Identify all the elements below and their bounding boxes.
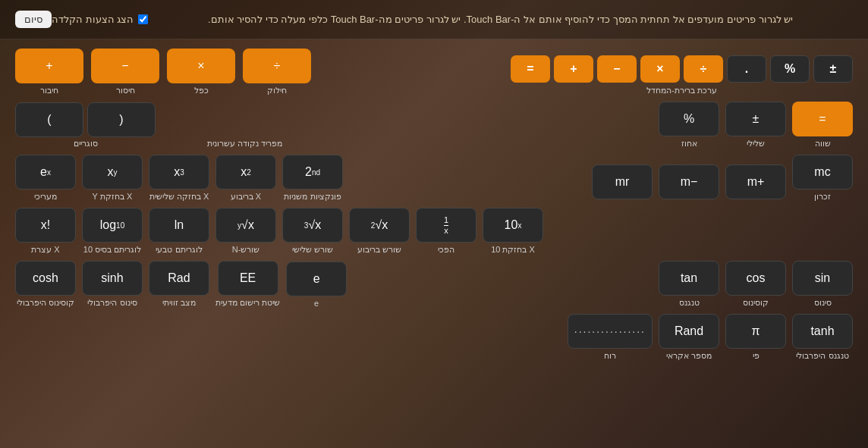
mplus-button[interactable]: m+ xyxy=(725,164,786,202)
x3-button[interactable]: x3 X בחזקה שלישית xyxy=(149,155,209,202)
row-parens: ( ) סוגריים מפריד נקודה עשרונית % אחוז ±… xyxy=(15,102,853,149)
row-roots: x! X עצרת log10 לוגריתם בסיס 10 ln לוגרי… xyxy=(15,208,853,255)
checkbox-area: הצג הצעות הקלדה xyxy=(52,14,148,25)
xy-button[interactable]: xy X בחזקת Y xyxy=(82,155,143,202)
eq-multiply-btn[interactable]: × xyxy=(640,55,680,83)
10x-button[interactable]: 10x X בחזקת 10 xyxy=(483,208,543,255)
yroot-button[interactable]: y√x שורש-N xyxy=(215,208,276,255)
add-button[interactable]: + חיבור xyxy=(15,49,83,96)
mc-button[interactable]: mc זכרון xyxy=(792,155,853,202)
pi-button[interactable]: π פי xyxy=(725,314,786,361)
tanh-button[interactable]: tanh טנגנס היפרבולי xyxy=(792,314,853,361)
show-suggestions-checkbox[interactable] xyxy=(138,14,148,24)
eq-percent-btn[interactable]: % xyxy=(770,55,810,83)
parens-label: סוגריים xyxy=(74,139,98,149)
x2-button[interactable]: x2 X בריבוע xyxy=(215,155,276,202)
divide-button[interactable]: ÷ חילוק xyxy=(243,49,311,96)
2nd-button[interactable]: 2nd פונקציות משניות xyxy=(282,155,343,202)
eq-subtract-btn[interactable]: − xyxy=(597,55,637,83)
row-misc: ················ רוח Rand מספר אקראי π פ… xyxy=(15,314,853,361)
parens-group: ( ) סוגריים xyxy=(15,102,156,149)
row-powers: ex מעריכי xy X בחזקת Y x3 X בחזקה שלישית… xyxy=(15,155,853,202)
sign-button[interactable]: ± שלילי xyxy=(725,102,786,149)
factorial-button[interactable]: x! X עצרת xyxy=(15,208,76,255)
e-button[interactable]: e e xyxy=(286,262,347,308)
basic-ops-group: + חיבור − חיסור × כפל ÷ חילוק xyxy=(15,49,311,96)
ex-button[interactable]: ex מעריכי xyxy=(15,155,76,202)
equation-bar-buttons: = + − × ÷ . % ± xyxy=(511,55,853,83)
equals-button[interactable]: = שווה xyxy=(792,102,853,149)
row-basic-ops: + חיבור − חיסור × כפל ÷ חילוק = + − xyxy=(15,49,853,96)
mminus-button[interactable]: m− xyxy=(659,164,719,202)
top-banner: סיום הצג הצעות הקלדה יש לגרור פריטים מוע… xyxy=(0,0,868,39)
rand-button[interactable]: Rand מספר אקראי xyxy=(659,314,719,361)
sqroot-button[interactable]: 2√x שורש בריבוע xyxy=(349,208,410,255)
wind-button[interactable]: ················ רוח xyxy=(568,314,653,361)
subtract-button[interactable]: − חיסור xyxy=(91,49,159,96)
sinh-button[interactable]: sinh סינוס היפרבולי xyxy=(82,261,143,308)
equation-bar-group: = + − × ÷ . % ± ערכת ברירת-המחדל xyxy=(511,55,853,96)
close-button[interactable]: סיום xyxy=(15,11,52,28)
log10-button[interactable]: log10 לוגריתם בסיס 10 xyxy=(82,208,143,255)
eq-decimal-btn[interactable]: . xyxy=(727,55,766,83)
tan-button[interactable]: tan טנגנס xyxy=(659,261,719,308)
multiply-button[interactable]: × כפל xyxy=(167,49,235,96)
equation-bar-label: ערכת ברירת-המחדל xyxy=(646,86,717,96)
parens-buttons: ( ) xyxy=(15,102,156,137)
reciprocal-button[interactable]: 1 x הפכי xyxy=(416,208,476,255)
calculator-area: + חיבור − חיסור × כפל ÷ חילוק = + − xyxy=(0,39,868,370)
banner-description: יש לגרור פריטים מועדפים אל תחתית המסך כד… xyxy=(148,14,853,25)
mr-button[interactable]: mr xyxy=(592,164,653,202)
eq-divide-btn[interactable]: ÷ xyxy=(684,55,723,83)
cuberoot-button[interactable]: 3√x שורש שלישי xyxy=(282,208,343,255)
cos-button[interactable]: cos קוסינוס xyxy=(725,261,786,308)
eq-sign-btn[interactable]: ± xyxy=(813,55,853,83)
ln-button[interactable]: ln לוגריתם טבעי xyxy=(149,208,209,255)
decimal-label: מפריד נקודה עשרונית xyxy=(207,139,282,149)
ee-button[interactable]: EE שיטת רישום מדעית xyxy=(215,261,280,308)
sin-button[interactable]: sin סינוס xyxy=(792,261,853,308)
eq-equals-btn[interactable]: = xyxy=(511,55,550,83)
decimal-group: מפריד נקודה עשרונית xyxy=(207,139,282,149)
row-trig: cosh קוסינוס היפרבולי sinh סינוס היפרבול… xyxy=(15,261,853,308)
close-paren-button[interactable]: ) xyxy=(87,102,156,137)
eq-add-btn[interactable]: + xyxy=(554,55,593,83)
cosh-button[interactable]: cosh קוסינוס היפרבולי xyxy=(15,261,76,308)
open-paren-button[interactable]: ( xyxy=(15,102,83,137)
rad-button[interactable]: Rad מצב זוויתי xyxy=(149,261,209,308)
percent-button[interactable]: % אחוז xyxy=(659,102,719,149)
checkbox-label[interactable]: הצג הצעות הקלדה xyxy=(52,14,134,25)
